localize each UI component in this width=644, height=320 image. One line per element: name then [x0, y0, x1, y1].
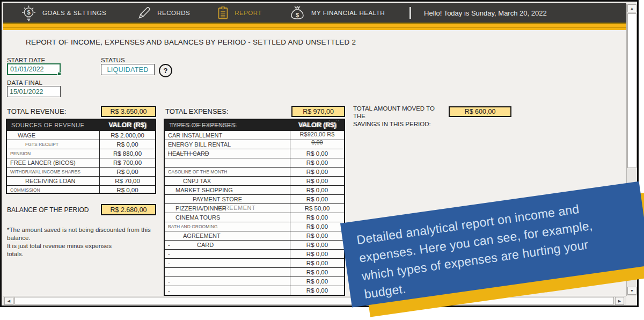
- row-value-cell[interactable]: R$ 700,00: [100, 158, 155, 167]
- expenses-header-value: VALOR (R$): [298, 121, 336, 129]
- svg-text:$: $: [296, 12, 299, 18]
- nav-label: RECORDS: [157, 10, 190, 16]
- cell-fill-handle[interactable]: [57, 72, 61, 76]
- vertical-scroll-thumb[interactable]: [627, 13, 636, 168]
- callout-banner: Detailed analytical report on income and…: [337, 176, 644, 320]
- dash-mark: -: [168, 287, 182, 294]
- row-label-cell[interactable]: FREE LANCER (BICOS): [7, 158, 100, 167]
- scroll-left-button[interactable]: ◀: [4, 297, 13, 305]
- table-row: RECEIVING LOANR$ 70,00: [7, 176, 155, 185]
- row-value-cell[interactable]: R$ 70,00: [100, 177, 155, 185]
- row-label-cell[interactable]: FGTS RECEIPT: [7, 140, 100, 149]
- row-value-cell[interactable]: R$ 0,00: [290, 195, 344, 203]
- nav-item-goals-settings[interactable]: $ GOALS & SETTINGS: [21, 5, 106, 21]
- svg-text:$: $: [27, 9, 30, 16]
- navbar: $ GOALS & SETTINGS RECORDS: [3, 3, 626, 23]
- table-row: AGREEMENTR$ 0,00: [165, 231, 344, 240]
- row-value-cell[interactable]: R$ 0,00: [290, 177, 344, 185]
- nav-item-records[interactable]: RECORDS: [137, 6, 190, 20]
- row-value-cell[interactable]: R$ 0,00: [290, 168, 344, 176]
- row-value-cell[interactable]: R$ 0,00: [290, 277, 344, 286]
- row-label-cell[interactable]: WITHDRAWAL INCOME SHARES: [7, 168, 100, 176]
- row-label-cell[interactable]: -: [165, 259, 290, 267]
- row-label-cell[interactable]: MARKET SHOPPING: [165, 186, 290, 194]
- row-value-cell[interactable]: R$ 0,00: [290, 222, 344, 231]
- total-expenses-value[interactable]: R$ 970,00: [291, 106, 345, 117]
- row-value-cell[interactable]: R$ 0,00: [100, 168, 155, 176]
- row-label-cell[interactable]: WAGE: [7, 131, 100, 140]
- row-label-cell[interactable]: BATH AND GROOMING: [165, 222, 290, 231]
- table-row: -R$ 0,00: [165, 249, 344, 258]
- scroll-up-button[interactable]: ▲: [627, 4, 636, 12]
- row-label-cell[interactable]: -: [165, 286, 290, 295]
- revenue-header-value: VALOR (R$): [108, 121, 147, 129]
- row-label-cell[interactable]: GASOLINE OF THE MONTH: [165, 168, 290, 176]
- row-value-cell[interactable]: R$ 0,00: [290, 186, 344, 194]
- row-label: ENERGY BILL RENTAL: [168, 141, 231, 148]
- row-label-cell[interactable]: -: [165, 250, 290, 258]
- row-label-cell[interactable]: CNPJ TAX: [165, 177, 290, 185]
- table-row: CNPJ TAXR$ 0,00: [165, 176, 344, 185]
- row-value-cell[interactable]: R$ 0,00: [290, 149, 344, 158]
- row-label-cell[interactable]: [165, 158, 290, 167]
- savings-value[interactable]: R$ 600,00: [449, 106, 511, 117]
- row-value-cell[interactable]: R$ 0,00: [290, 213, 344, 222]
- row-label-cell[interactable]: CAR INSTALLMENT: [165, 131, 290, 140]
- balance-value[interactable]: R$ 2.680,00: [101, 204, 156, 215]
- help-icon[interactable]: ?: [159, 64, 172, 77]
- status-label: STATUS: [101, 57, 125, 63]
- start-date-label: START DATE: [7, 57, 45, 63]
- row-label-cell[interactable]: PAYMENT STORE: [165, 195, 290, 203]
- nav-item-financial-health[interactable]: $ MY FINANCIAL HEALTH: [290, 5, 385, 20]
- row-label-cell[interactable]: -: [165, 277, 290, 286]
- total-revenue-label: TOTAL REVENUE:: [7, 107, 66, 115]
- row-value-cell[interactable]: R$ 880,00: [100, 149, 155, 158]
- row-value-cell[interactable]: R$ 0,00: [290, 231, 344, 240]
- total-revenue-value[interactable]: R$ 3.650,00: [101, 106, 156, 117]
- row-label-cell[interactable]: ENERGY BILL RENTAL: [165, 140, 290, 149]
- row-label: GASOLINE OF THE MONTH: [168, 169, 227, 174]
- row-value-cell[interactable]: R$ 50,00: [290, 204, 344, 213]
- table-row: -R$ 0,00: [165, 267, 344, 277]
- row-value-cell[interactable]: R$ 0,00: [290, 250, 344, 258]
- row-value-cell[interactable]: R$ 0,00: [290, 268, 344, 277]
- row-label-cell[interactable]: CINEMA TOURS: [165, 213, 290, 222]
- row-label-cell[interactable]: -CARD: [165, 241, 290, 249]
- start-date-input[interactable]: 01/01/2022: [7, 63, 61, 75]
- row-value-cell[interactable]: R$ 2.000,00: [100, 131, 155, 140]
- savings-label: TOTAL AMOUNT MOVED TO THE SAVINGS IN THI…: [353, 105, 435, 128]
- row-value-cell[interactable]: R$ 0,00: [100, 186, 155, 194]
- row-value-cell[interactable]: R$ 0,00: [290, 259, 344, 267]
- row-label-cell[interactable]: COMMISSION: [7, 186, 100, 194]
- row-value-cell[interactable]: R$ 0,00: [100, 140, 155, 149]
- status-select[interactable]: LIQUIDATED: [101, 64, 155, 75]
- table-row: HEALTH CARDR$ 0,00: [165, 149, 344, 158]
- row-label: RECEIVING LOAN: [10, 178, 76, 184]
- money-bag-icon: $: [290, 5, 305, 20]
- table-row: COMMISSIONR$ 0,00: [7, 185, 155, 194]
- row-label-cell[interactable]: PIZZERIA/DINNERAGREEMENT: [165, 204, 290, 213]
- row-label-cell[interactable]: HEALTH CARD: [165, 149, 290, 158]
- row-label-cell[interactable]: AGREEMENT: [165, 231, 290, 240]
- table-row: -R$ 0,00: [165, 286, 344, 295]
- row-label: PENSION: [10, 151, 31, 156]
- row-label: CNPJ TAX: [168, 178, 211, 184]
- row-value-cell[interactable]: R$ 0,00: [290, 241, 344, 249]
- end-date-input[interactable]: 15/01/2022: [7, 86, 61, 97]
- row-label-cell[interactable]: -: [165, 268, 290, 277]
- row-label-cell[interactable]: RECEIVING LOAN: [7, 177, 100, 185]
- row-value-cell[interactable]: R$ 0,00: [290, 158, 344, 167]
- table-row: PENSIONR$ 880,00: [7, 149, 155, 158]
- row-label-ghost: AGREEMENT: [216, 205, 255, 211]
- dash-mark: -: [168, 278, 182, 285]
- nav-item-report[interactable]: REPORT: [218, 6, 262, 19]
- row-value-cell[interactable]: R$ 0,00: [290, 286, 344, 295]
- page-title: REPORT OF INCOME, EXPENSES AND BALANCES …: [26, 38, 356, 46]
- table-row: WITHDRAWAL INCOME SHARESR$ 0,00: [7, 167, 155, 176]
- row-label: CINEMA TOURS: [168, 214, 220, 221]
- row-label: BATH AND GROOMING: [168, 224, 217, 229]
- balance-label: BALANCE OF THE PERIOD: [7, 206, 89, 214]
- table-row: WAGER$ 2.000,00: [7, 130, 155, 140]
- end-date-label: DATA FINAL: [7, 79, 42, 86]
- row-label-cell[interactable]: PENSION: [7, 149, 100, 158]
